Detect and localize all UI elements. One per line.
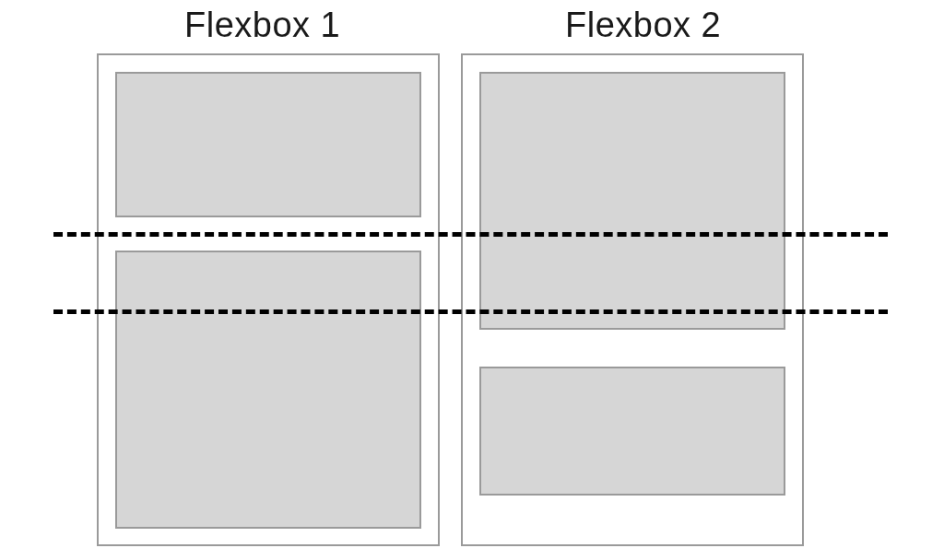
flexbox-1-item-top bbox=[115, 72, 421, 217]
flexbox-1-item-bottom bbox=[115, 251, 421, 529]
guide-line-1 bbox=[53, 232, 888, 237]
flexbox-2-item-bottom bbox=[479, 367, 785, 496]
flexbox-diagram: Flexbox 1 Flexbox 2 bbox=[0, 0, 944, 560]
flexbox-2-item-top bbox=[479, 72, 785, 330]
flexbox-2-label: Flexbox 2 bbox=[565, 6, 721, 45]
flexbox-2-container bbox=[461, 53, 804, 546]
guide-line-2 bbox=[53, 309, 888, 314]
flexbox-1-label: Flexbox 1 bbox=[184, 6, 340, 45]
flexbox-1-container bbox=[97, 53, 440, 546]
